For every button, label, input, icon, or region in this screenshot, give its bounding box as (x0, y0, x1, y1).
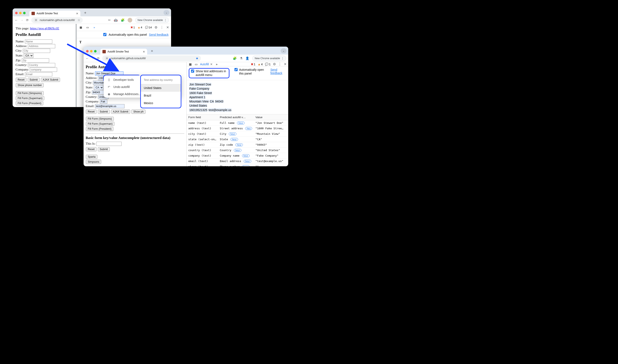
responsive-icon[interactable]: ▭ (194, 62, 198, 66)
maximize-window-button[interactable] (23, 12, 26, 14)
update-chrome-button[interactable]: New Chrome available ⋮ (135, 17, 169, 23)
fill-president-button[interactable]: Fill Form (President) (86, 127, 113, 131)
close-devtools-icon[interactable]: ✕ (166, 26, 169, 29)
profile-avatar[interactable] (128, 18, 132, 23)
show-test-addresses-checkbox[interactable] (191, 69, 194, 73)
warning-count[interactable]: 4 (258, 63, 263, 66)
state-select[interactable]: CA (94, 85, 103, 90)
fill-sparta-button[interactable]: Sparta (86, 155, 97, 159)
url-text: rsolomakhin.github.io/autofill/ (111, 57, 146, 60)
thisis-input[interactable] (96, 142, 122, 146)
site-settings-icon[interactable]: ⚙ (105, 56, 109, 60)
forward-button[interactable]: → (91, 56, 94, 60)
submit-button[interactable]: Submit (28, 78, 40, 82)
state-select[interactable]: CA (24, 53, 33, 58)
fill-superman-button[interactable]: Fill Form (Superman) (86, 122, 115, 126)
send-feedback-link[interactable]: Send feedback (270, 68, 285, 75)
inspect-icon[interactable]: ▦ (79, 26, 83, 29)
email-input[interactable] (25, 72, 52, 77)
close-devtools-icon[interactable]: ✕ (284, 62, 286, 66)
reset-button[interactable]: Reset (16, 78, 26, 82)
warning-count[interactable]: 4 (138, 26, 142, 29)
name-input[interactable] (95, 71, 123, 76)
inspect-icon[interactable]: ▦ (188, 62, 192, 66)
forward-button[interactable]: → (20, 18, 24, 22)
message-count[interactable]: 14 (145, 26, 152, 29)
basic-submit-button[interactable]: Submit (98, 147, 110, 151)
auto-open-label: Automatically open this panel (239, 68, 265, 75)
reload-button[interactable]: ⟳ (26, 18, 29, 22)
tab-overflow-button[interactable]: ⌄ (281, 48, 286, 53)
minimize-window-button[interactable] (90, 50, 92, 52)
reload-button[interactable]: ⟳ (97, 56, 100, 60)
auto-open-checkbox[interactable] (234, 68, 238, 71)
robot-icon[interactable]: 🤖 (114, 18, 118, 22)
more-tabs-icon[interactable]: » (215, 62, 219, 66)
show-phone-button[interactable]: Show phone number (16, 83, 44, 87)
minimize-window-button[interactable] (19, 12, 22, 14)
send-feedback-link[interactable]: Send feedback (149, 33, 168, 36)
show-test-addresses-label: Show test addresses in autofill menu (196, 69, 227, 77)
bookmark-star-icon[interactable]: ☆ (77, 18, 80, 22)
close-tab-icon[interactable]: ✕ (143, 50, 145, 53)
error-count[interactable]: 1 (130, 26, 135, 29)
error-count[interactable]: 1 (251, 63, 256, 66)
city-input[interactable] (23, 49, 50, 53)
zip-input[interactable] (92, 90, 104, 94)
cell-value: "1600 Fake Stree… (254, 126, 288, 131)
new-tab-button[interactable]: ＋ (149, 48, 155, 55)
this-page-link[interactable]: https://goo.gl/B6Xs1E (30, 26, 59, 30)
country-input[interactable] (28, 63, 55, 67)
address-input[interactable] (28, 44, 55, 48)
profile-icon[interactable]: 👤 (245, 56, 249, 60)
cut-icon[interactable]: ✂ (108, 18, 111, 22)
zip-input[interactable] (22, 58, 49, 63)
close-window-button[interactable] (86, 50, 89, 52)
bookmark-star-icon[interactable]: ★ (196, 56, 198, 60)
auto-open-checkbox[interactable] (103, 33, 106, 36)
submit-button[interactable]: Submit (98, 110, 110, 114)
address-bar[interactable]: ⚙ rsolomakhin.github.io/autofill/ ★ (102, 55, 201, 61)
email-input[interactable] (95, 104, 125, 108)
country-option-brazil[interactable]: Brazil (141, 92, 181, 99)
basic-reset-button[interactable]: Reset (86, 147, 97, 151)
site-settings-icon[interactable]: ⚙ (34, 18, 38, 22)
browser-tab[interactable]: Autofill Smoke Test ✕ (29, 11, 80, 16)
fill-president-button[interactable]: Fill Form (President) (16, 101, 43, 105)
country-option-us[interactable]: United States (141, 84, 181, 92)
close-panel-icon[interactable]: ✕ (210, 63, 213, 66)
country-option-mexico[interactable]: Mexico (141, 99, 181, 107)
company-input[interactable] (100, 100, 107, 104)
fill-simpsons-button[interactable]: Fill Form (Simpsons) (86, 117, 114, 121)
ajax-submit-button[interactable]: AJAX Submit (41, 78, 60, 82)
maximize-window-button[interactable] (94, 50, 97, 52)
company-input[interactable] (30, 68, 57, 72)
extensions-icon[interactable]: 🧩 (121, 18, 125, 22)
back-button[interactable]: ← (15, 18, 18, 22)
responsive-icon[interactable]: ▭ (86, 26, 90, 29)
extensions-icon[interactable]: 🧩 (233, 56, 237, 60)
new-tab-button[interactable]: ＋ (82, 10, 88, 16)
kebab-icon[interactable]: ⋮ (278, 62, 282, 66)
fill-superman-button[interactable]: Fill Form (Superman) (16, 96, 44, 100)
fill-simpsons2-button[interactable]: Simpsons (86, 160, 101, 164)
update-chrome-button[interactable]: New Chrome available ⋮ (252, 56, 286, 61)
settings-icon[interactable]: ⚙ (273, 62, 276, 66)
back-button[interactable]: ← (86, 56, 89, 60)
message-count[interactable]: 1 (265, 63, 270, 66)
kebab-icon[interactable]: ⋮ (160, 26, 164, 29)
show-phone-button[interactable]: Show ph (131, 110, 145, 114)
address-bar[interactable]: ⚙ rsolomakhin.github.io/autofill/ ☆ (31, 17, 83, 23)
name-input[interactable] (25, 39, 52, 44)
browser-tab[interactable]: Autofill Smoke Test ✕ (100, 49, 147, 55)
tab-overflow-button[interactable]: ⌄ (164, 10, 169, 15)
ajax-submit-button[interactable]: AJAX Submit (111, 110, 130, 114)
more-tabs-icon[interactable]: » (92, 26, 96, 29)
fill-simpsons-button[interactable]: Fill Form (Simpsons) (16, 91, 44, 95)
close-tab-icon[interactable]: ✕ (76, 12, 78, 15)
settings-icon[interactable]: ⚙ (154, 26, 157, 29)
close-window-button[interactable] (15, 12, 18, 14)
autofill-tab[interactable]: Autofill ✕ (200, 63, 213, 66)
reset-button[interactable]: Reset (86, 110, 97, 114)
labs-icon[interactable]: ⚗ (240, 56, 243, 60)
